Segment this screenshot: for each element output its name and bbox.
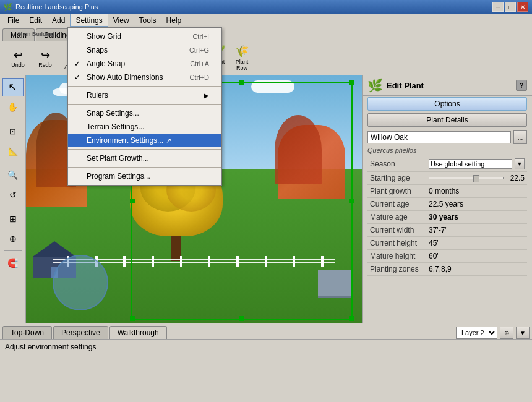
menu-item-auto-dim[interactable]: ✓ Show Auto Dimensions Ctrl+D: [68, 71, 221, 84]
pan-icon: ✋: [7, 102, 18, 112]
handle-bm: [239, 316, 244, 321]
layer-controls: Layer 2 Layer 1 Layer 3 ⊕ ▼: [456, 327, 530, 339]
menu-item-snap-settings[interactable]: Snap Settings...: [68, 106, 221, 120]
prop-current-height: Current height 45': [367, 237, 527, 250]
plant-browse-button[interactable]: ...: [513, 130, 527, 144]
magnet-icon: 🧲: [7, 258, 18, 268]
season-dropdown-arrow[interactable]: ▼: [515, 158, 525, 169]
cursor-indicator: ↗: [166, 137, 171, 145]
mature-age-value: 30 years: [426, 211, 527, 224]
menu-item-show-grid[interactable]: Show Grid Ctrl+I: [68, 30, 221, 43]
plant-growth-value: 0 months: [426, 185, 527, 198]
auto-dim-label: Show Auto Dimensions: [87, 73, 163, 82]
menu-item-environment-settings[interactable]: Environment Settings... ↗: [68, 134, 221, 147]
show-grid-shortcut: Ctrl+I: [192, 33, 209, 40]
terrain-settings-label: Terrain Settings...: [87, 122, 144, 131]
main-building-label: Main Building: [18, 31, 54, 37]
prop-current-age: Current age 22.5 years: [367, 198, 527, 211]
layer-btn-2[interactable]: ▼: [516, 327, 530, 339]
menu-help[interactable]: Help: [161, 14, 187, 27]
panel-help-button[interactable]: ?: [516, 80, 527, 91]
tool-sep3: [4, 207, 22, 207]
tool-zoom-area[interactable]: ⊡: [2, 122, 24, 140]
age-slider[interactable]: [429, 177, 504, 179]
plant-growth-label: Set Plant Growth...: [87, 154, 149, 163]
mature-height-value: 60': [426, 250, 527, 263]
plant-details-button[interactable]: Plant Details: [367, 113, 527, 127]
tool-select[interactable]: ↖: [2, 78, 24, 96]
tab-perspective[interactable]: Perspective: [53, 326, 108, 339]
sep3: [68, 149, 221, 150]
current-width-label: Current width: [367, 224, 426, 237]
menu-edit[interactable]: Edit: [24, 14, 47, 27]
menu-file[interactable]: File: [2, 14, 24, 27]
menu-tools[interactable]: Tools: [134, 14, 161, 27]
menu-item-rulers[interactable]: Rulers ▶: [68, 88, 221, 102]
tool-sep4: [4, 250, 22, 251]
menu-bar: File Edit Add Settings View Tools Help S…: [0, 14, 532, 27]
select-icon: ↖: [8, 80, 17, 94]
toolbar-plant-row[interactable]: 🌾 Plant Row: [231, 44, 253, 72]
title-bar-left: 🌿 Realtime Landscaping Plus: [4, 3, 98, 11]
layer-select[interactable]: Layer 2 Layer 1 Layer 3: [456, 327, 497, 339]
current-height-value: 45': [426, 237, 527, 250]
undo-button[interactable]: ↩ Undo: [5, 44, 31, 72]
starting-age-number: 22.5: [506, 174, 525, 182]
tab-top-down[interactable]: Top-Down: [2, 326, 52, 339]
handle-br: [349, 316, 354, 321]
menu-add[interactable]: Add: [47, 14, 70, 27]
maximize-button[interactable]: □: [505, 2, 516, 12]
minimize-button[interactable]: ─: [492, 2, 504, 12]
menu-item-terrain-settings[interactable]: Terrain Settings...: [68, 120, 221, 134]
measure-icon: 📐: [8, 147, 18, 156]
handle-mr: [349, 199, 354, 203]
properties-table: Season Use global setting ▼ Starting age: [367, 156, 527, 276]
program-settings-label: Program Settings...: [87, 172, 150, 181]
menu-item-program-settings[interactable]: Program Settings...: [68, 169, 221, 183]
season-select[interactable]: Use global setting: [429, 159, 512, 169]
handle-tr: [349, 80, 354, 85]
angle-snap-check: ✓: [74, 59, 80, 68]
layer-btn-1[interactable]: ⊕: [500, 327, 513, 339]
age-slider-thumb[interactable]: [473, 175, 479, 182]
tab-walkthrough[interactable]: Walkthrough: [109, 326, 167, 339]
undo-label: Undo: [11, 62, 25, 68]
handle-bl: [130, 316, 135, 321]
sep2: [68, 104, 221, 105]
tool-pan[interactable]: ✋: [2, 98, 24, 116]
rotate-icon: ↺: [9, 190, 17, 200]
panel-plant-icon: 🌿: [367, 78, 383, 93]
undo-icon: ↩: [14, 48, 23, 62]
tool-extra[interactable]: ⊕: [2, 229, 24, 248]
tool-sep2: [4, 163, 22, 163]
tool-magnet[interactable]: 🧲: [2, 254, 24, 272]
tool-zoom-in[interactable]: 🔍: [2, 166, 24, 184]
tool-rotate[interactable]: ↺: [2, 186, 24, 204]
close-button[interactable]: ✕: [517, 2, 528, 12]
season-value[interactable]: Use global setting ▼: [426, 156, 527, 172]
layer-icon-1: ⊕: [504, 330, 509, 336]
plant-subtitle: Quercus phellos: [367, 147, 527, 154]
rulers-arrow: ▶: [204, 92, 209, 99]
redo-icon: ↪: [41, 48, 50, 62]
redo-button[interactable]: ↪ Redo: [32, 44, 58, 72]
menu-item-angle-snap[interactable]: ✓ Angle Snap Ctrl+A: [68, 57, 221, 71]
zoom-in-icon: 🔍: [7, 170, 18, 180]
prop-mature-age: Mature age 30 years: [367, 211, 527, 224]
env-settings-label: Environment Settings...: [87, 136, 163, 145]
options-button[interactable]: Options: [367, 97, 527, 111]
app-icon: 🌿: [4, 3, 12, 11]
zoom-area-icon: ⊡: [9, 127, 16, 136]
app-title: Realtime Landscaping Plus: [15, 3, 98, 11]
tool-measure[interactable]: 📐: [2, 142, 24, 160]
tool-grid-snap[interactable]: ⊞: [2, 210, 24, 228]
current-height-label: Current height: [367, 237, 426, 250]
menu-settings[interactable]: Settings: [70, 14, 108, 27]
plant-row-icon: 🌾: [233, 45, 251, 58]
menu-view[interactable]: View: [108, 14, 134, 27]
menu-item-snaps[interactable]: Snaps Ctrl+G: [68, 43, 221, 57]
status-bar: Adjust environment settings: [0, 339, 532, 354]
current-width-value: 37'-7": [426, 224, 527, 237]
current-age-label: Current age: [367, 198, 426, 211]
menu-item-plant-growth[interactable]: Set Plant Growth...: [68, 152, 221, 165]
